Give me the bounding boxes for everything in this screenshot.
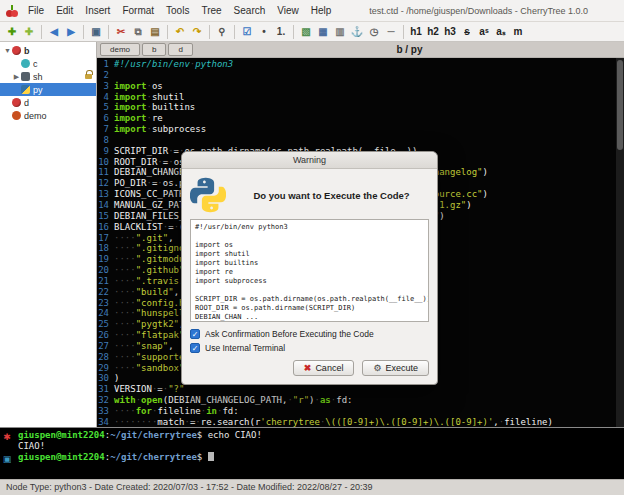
format-h3-button[interactable]: h3 — [442, 24, 458, 40]
dialog-body: Do you want to Execute the Code? #!/usr/… — [182, 169, 437, 384]
menu-item-insert[interactable]: Insert — [79, 2, 116, 19]
code-text: import·builtins — [114, 102, 195, 113]
format-h1-button[interactable]: h1 — [408, 24, 424, 40]
paste-button[interactable]: ▤ — [147, 24, 163, 40]
tree-node-label: demo — [24, 111, 47, 121]
code-line: 34········match·=·re.search(r'cherrytree… — [97, 417, 624, 427]
code-text: import·subprocess — [114, 124, 206, 135]
terminal-output[interactable]: giuspen@mint2204:~/git/cherrytree$ echo … — [14, 428, 624, 479]
code-line: 31VERSION·=·"?" — [97, 384, 624, 395]
tree-node-c[interactable]: c — [0, 57, 96, 70]
go-forward-button[interactable]: ▶ — [63, 24, 79, 40]
dialog-title[interactable]: Warning — [182, 152, 437, 169]
ask-confirmation-checkbox[interactable]: ✓Ask Confirmation Before Executing the C… — [190, 329, 429, 339]
todo-list-button[interactable]: ☑ — [239, 24, 255, 40]
tab-demo[interactable]: demo — [100, 43, 140, 56]
terminal-panel: ✱▣ giuspen@mint2204:~/git/cherrytree$ ec… — [0, 427, 624, 479]
expander-right-icon[interactable]: ▶ — [12, 73, 21, 81]
line-number: 1 — [97, 59, 114, 70]
execute-button[interactable]: ⚙ Execute — [362, 360, 429, 376]
code-line: 8 — [97, 135, 624, 146]
save-button[interactable]: ▣ — [88, 24, 104, 40]
find-button[interactable]: ⚲ — [214, 24, 230, 40]
dialog-checkboxes: ✓Ask Confirmation Before Executing the C… — [190, 329, 429, 353]
tree-node-label: c — [33, 59, 38, 69]
add-subnode-button[interactable]: ✚ — [21, 24, 37, 40]
checkbox-checked-icon[interactable]: ✓ — [190, 343, 200, 353]
format-subscript-button[interactable]: aₛ — [493, 24, 509, 40]
format-strikethrough-button[interactable]: s — [459, 24, 475, 40]
tree-node-demo[interactable]: demo — [0, 109, 96, 122]
numbered-list-button[interactable]: 1. — [273, 24, 289, 40]
code-preview-line: import builtins — [195, 259, 424, 268]
add-node-button[interactable]: ✚ — [4, 24, 20, 40]
code-preview-line: import subprocess — [195, 277, 424, 286]
code-preview-line: ROOT_DIR = os.path.dirname(SCRIPT_DIR) — [195, 304, 424, 313]
line-number: 23 — [97, 298, 114, 309]
line-number: 5 — [97, 102, 114, 113]
tree-node-d[interactable]: d — [0, 96, 96, 109]
checkbox-checked-icon[interactable]: ✓ — [190, 329, 200, 339]
expander-down-icon[interactable]: ▼ — [3, 47, 12, 54]
dialog-actions: ✖ Cancel ⚙ Execute — [190, 360, 429, 376]
menu-item-help[interactable]: Help — [305, 2, 338, 19]
line-number: 9 — [97, 146, 114, 157]
menu-item-tools[interactable]: Tools — [160, 2, 195, 19]
cancel-button-label: Cancel — [315, 363, 343, 373]
dialog-question: Do you want to Execute the Code? — [234, 190, 429, 201]
tab-b[interactable]: b — [142, 43, 166, 56]
cancel-button[interactable]: ✖ Cancel — [293, 360, 355, 376]
code-preview-line: DEBIAN_CHAN ... — [195, 313, 424, 322]
insert-horizontal-rule-button[interactable]: ─ — [383, 24, 399, 40]
cherry-cyan-icon — [21, 59, 30, 68]
editor-scrollbar[interactable] — [616, 58, 624, 427]
terminal-tab-icon[interactable]: ▣ — [3, 454, 12, 464]
insert-image-button[interactable]: ▧ — [298, 24, 314, 40]
line-number: 14 — [97, 200, 114, 211]
menu-item-edit[interactable]: Edit — [50, 2, 79, 19]
menu-item-format[interactable]: Format — [116, 2, 160, 19]
copy-button[interactable]: ⧉ — [130, 24, 146, 40]
insert-codebox-button[interactable]: ▥ — [332, 24, 348, 40]
line-number: 30 — [97, 373, 114, 384]
go-back-button[interactable]: ◀ — [46, 24, 62, 40]
terminal-line: giuspen@mint2204:~/git/cherrytree$ echo … — [18, 430, 620, 441]
bulleted-list-button[interactable]: • — [256, 24, 272, 40]
toolbar-separator — [403, 25, 404, 39]
use-internal-terminal-checkbox[interactable]: ✓Use Internal Terminal — [190, 343, 429, 353]
tree-node-py[interactable]: py — [0, 83, 96, 96]
code-line: 7import·subprocess — [97, 124, 624, 135]
cherry-red-icon — [12, 98, 21, 107]
menu-item-file[interactable]: File — [22, 2, 50, 19]
terminal-cursor — [208, 452, 214, 461]
menu-item-view[interactable]: View — [271, 2, 305, 19]
line-number: 22 — [97, 287, 114, 298]
code-text: import·os — [114, 81, 163, 92]
tab-d[interactable]: d — [168, 43, 192, 56]
line-number: 17 — [97, 233, 114, 244]
cherrytree-logo-icon — [6, 5, 18, 17]
undo-button[interactable]: ↶ — [172, 24, 188, 40]
insert-timestamp-button[interactable]: ◷ — [366, 24, 382, 40]
code-text: ····"pygtk2", — [114, 319, 184, 330]
format-monospace-button[interactable]: m — [510, 24, 526, 40]
menu-item-search[interactable]: Search — [228, 2, 272, 19]
menu-items: FileEditInsertFormatToolsTreeSearchViewH… — [22, 2, 337, 19]
line-number: 29 — [97, 363, 114, 374]
code-text: import·re — [114, 113, 163, 124]
scrollbar-thumb[interactable] — [617, 60, 623, 150]
tree-node-sh[interactable]: ▶sh — [0, 70, 96, 83]
insert-anchor-button[interactable]: ⚓ — [349, 24, 365, 40]
cherrytree-window: FileEditInsertFormatToolsTreeSearchViewH… — [0, 0, 624, 495]
code-text: import·shutil — [114, 92, 184, 103]
menu-item-tree[interactable]: Tree — [195, 2, 227, 19]
insert-table-button[interactable]: ▦ — [315, 24, 331, 40]
execute-warning-dialog: Warning Do you want to Execute the Code?… — [181, 151, 438, 385]
line-number: 2 — [97, 70, 114, 81]
executed-node-icon[interactable]: ✱ — [3, 432, 11, 442]
format-h2-button[interactable]: h2 — [425, 24, 441, 40]
tree-node-b[interactable]: ▼b — [0, 44, 96, 57]
redo-button[interactable]: ↷ — [189, 24, 205, 40]
cut-button[interactable]: ✂ — [113, 24, 129, 40]
format-superscript-button[interactable]: aˢ — [476, 24, 492, 40]
